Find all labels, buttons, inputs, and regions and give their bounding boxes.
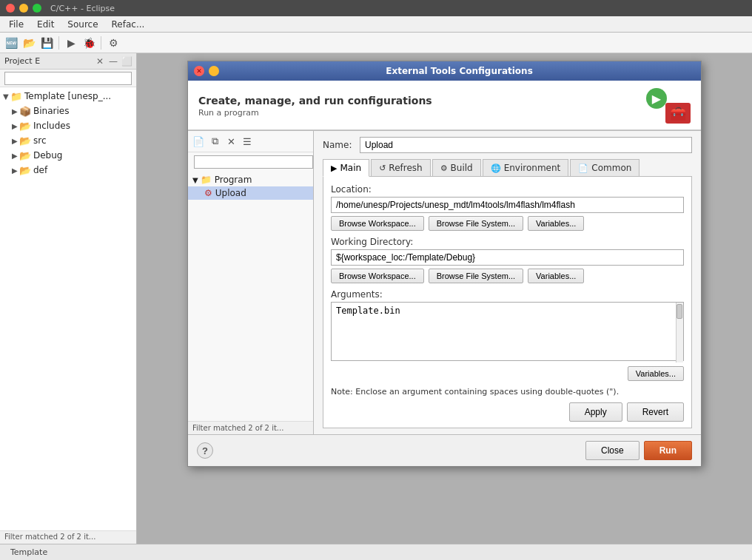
dialog-min-btn[interactable] bbox=[209, 66, 219, 76]
minimize-explorer-btn[interactable]: — bbox=[108, 56, 118, 67]
name-row: Name: bbox=[323, 137, 692, 153]
menubar: File Edit Source Refac... bbox=[0, 16, 752, 33]
maximize-explorer-btn[interactable]: ⬜ bbox=[121, 56, 132, 67]
dialog-close-btn[interactable]: ✕ bbox=[194, 66, 204, 76]
build-tab-icon: ⚙ bbox=[440, 163, 448, 173]
help-btn[interactable]: ? bbox=[197, 442, 213, 459]
minimize-btn[interactable] bbox=[19, 4, 28, 13]
tree-node-includes[interactable]: ▶ 📂 Includes bbox=[0, 118, 136, 133]
tab-content-main: Location: Browse Workspace... Browse Fil… bbox=[323, 177, 692, 428]
menu-edit[interactable]: Edit bbox=[31, 18, 60, 31]
location-input[interactable] bbox=[331, 197, 684, 213]
project-icon: 📁 bbox=[10, 90, 22, 102]
dialog-footer: ? Close Run bbox=[188, 434, 701, 466]
dialog-tree-upload[interactable]: ⚙ Upload bbox=[188, 186, 313, 200]
arguments-input[interactable]: Template.bin bbox=[331, 302, 684, 361]
tree-node-binaries[interactable]: ▶ 📦 Binaries bbox=[0, 104, 136, 118]
variables-btn-2[interactable]: Variables... bbox=[528, 269, 584, 283]
new-config-btn[interactable]: 📄 bbox=[191, 134, 206, 149]
debug-btn[interactable]: 🐞 bbox=[81, 35, 97, 51]
tab-environment[interactable]: 🌐 Environment bbox=[483, 159, 569, 176]
arguments-label: Arguments: bbox=[331, 289, 684, 300]
env-tab-icon: 🌐 bbox=[491, 163, 501, 173]
dialog-titlebar: ✕ External Tools Configurations bbox=[188, 61, 701, 81]
tab-refresh[interactable]: ↺ Refresh bbox=[371, 159, 431, 176]
tree-label-debug: Debug bbox=[33, 150, 62, 161]
delete-config-btn[interactable]: ✕ bbox=[224, 134, 238, 149]
statusbar: Template bbox=[0, 544, 752, 560]
dialog-search-input[interactable] bbox=[194, 155, 313, 169]
tab-main[interactable]: ▶ Main bbox=[323, 159, 369, 177]
tree-arrow-def: ▶ bbox=[12, 166, 19, 175]
tab-refresh-label: Refresh bbox=[389, 163, 422, 173]
upload-label: Upload bbox=[215, 188, 246, 198]
tree-label-includes: Includes bbox=[33, 121, 70, 131]
variables-btn-3[interactable]: Variables... bbox=[628, 366, 684, 381]
dialog-tree-program[interactable]: ▼ 📁 Program bbox=[188, 173, 313, 186]
working-dir-buttons: Browse Workspace... Browse File System..… bbox=[331, 269, 684, 283]
program-label: Program bbox=[215, 175, 252, 185]
location-group: Location: Browse Workspace... Browse Fil… bbox=[331, 184, 684, 231]
dialog-title: External Tools Configurations bbox=[224, 66, 695, 76]
working-dir-input[interactable] bbox=[331, 249, 684, 266]
dialog-header-info: Create, manage, and run configurations R… bbox=[198, 95, 432, 118]
tree-node-def[interactable]: ▶ 📂 def bbox=[0, 163, 136, 178]
save-btn[interactable]: 💾 bbox=[38, 35, 55, 51]
tree-arrow-src: ▶ bbox=[12, 137, 19, 145]
tree-node-template[interactable]: ▼ 📁 Template [unesp_... bbox=[0, 89, 136, 104]
dialog-left-toolbar: 📄 ⧉ ✕ ☰ bbox=[188, 131, 313, 152]
titlebar: C/C++ - Eclipse bbox=[0, 0, 752, 16]
browse-workspace-btn-1[interactable]: Browse Workspace... bbox=[331, 216, 424, 231]
browse-filesystem-btn-1[interactable]: Browse File System... bbox=[429, 216, 523, 231]
close-btn[interactable] bbox=[6, 4, 15, 13]
filter-config-btn[interactable]: ☰ bbox=[240, 134, 255, 149]
menu-file[interactable]: File bbox=[3, 18, 30, 31]
tree-arrow-debug: ▶ bbox=[12, 152, 19, 160]
apply-revert-row: Apply Revert bbox=[331, 402, 684, 422]
footer-right: Close Run bbox=[585, 441, 692, 460]
working-dir-group: Working Directory: Browse Workspace... B… bbox=[331, 237, 684, 283]
tree-node-src[interactable]: ▶ 📂 src bbox=[0, 133, 136, 148]
tree-label-binaries: Binaries bbox=[33, 106, 69, 116]
project-tree: ▼ 📁 Template [unesp_... ▶ 📦 Binaries ▶ 📂 bbox=[0, 87, 136, 530]
menu-refactor[interactable]: Refac... bbox=[106, 18, 151, 31]
variables-btn-1[interactable]: Variables... bbox=[528, 216, 584, 231]
explorer-title: Project E bbox=[4, 56, 92, 66]
tree-node-debug[interactable]: ▶ 📂 Debug bbox=[0, 148, 136, 163]
run-btn-toolbar[interactable]: ▶ bbox=[63, 35, 79, 51]
settings-btn[interactable]: ⚙ bbox=[105, 35, 121, 51]
main-tab-icon: ▶ bbox=[331, 163, 337, 173]
toolbar-sep1 bbox=[58, 36, 59, 50]
run-btn-dialog[interactable]: Run bbox=[644, 441, 692, 460]
external-tools-dialog: ✕ External Tools Configurations Create, … bbox=[187, 61, 702, 467]
open-btn[interactable]: 📂 bbox=[21, 35, 37, 51]
dialog-right-panel: Name: ▶ Main ↺ bbox=[314, 131, 701, 434]
arguments-wrapper: Template.bin bbox=[331, 302, 684, 363]
vars-btn-row: Variables... bbox=[331, 366, 684, 381]
maximize-btn[interactable] bbox=[33, 4, 41, 13]
src-icon: 📂 bbox=[19, 135, 31, 146]
duplicate-config-btn[interactable]: ⧉ bbox=[207, 134, 222, 149]
menu-source[interactable]: Source bbox=[61, 18, 104, 31]
tab-build[interactable]: ⚙ Build bbox=[432, 159, 481, 176]
dialog-overlay: ✕ External Tools Configurations Create, … bbox=[137, 53, 752, 544]
window-title: C/C++ - Eclipse bbox=[50, 4, 115, 13]
tree-arrow-binaries: ▶ bbox=[12, 107, 19, 115]
close-btn-dialog[interactable]: Close bbox=[585, 441, 639, 460]
explorer-header: Project E ✕ — ⬜ bbox=[0, 53, 136, 70]
browse-workspace-btn-2[interactable]: Browse Workspace... bbox=[331, 269, 424, 283]
new-btn[interactable]: 🆕 bbox=[3, 35, 19, 51]
name-input[interactable] bbox=[360, 137, 692, 153]
apply-btn[interactable]: Apply bbox=[569, 402, 622, 422]
arguments-scrollbar[interactable] bbox=[676, 303, 683, 362]
project-explorer: Project E ✕ — ⬜ ▼ 📁 Template [unesp_... … bbox=[0, 53, 137, 544]
location-label: Location: bbox=[331, 184, 684, 195]
explorer-search[interactable] bbox=[4, 72, 132, 85]
browse-filesystem-btn-2[interactable]: Browse File System... bbox=[429, 269, 523, 283]
note-text: Note: Enclose an argument containing spa… bbox=[331, 387, 684, 397]
debug-icon: 📂 bbox=[19, 149, 31, 161]
close-explorer-btn[interactable]: ✕ bbox=[95, 56, 105, 67]
revert-btn[interactable]: Revert bbox=[627, 402, 684, 422]
toolbox-icon: 🧰 bbox=[665, 103, 691, 124]
tab-common[interactable]: 📄 Common bbox=[570, 159, 639, 176]
